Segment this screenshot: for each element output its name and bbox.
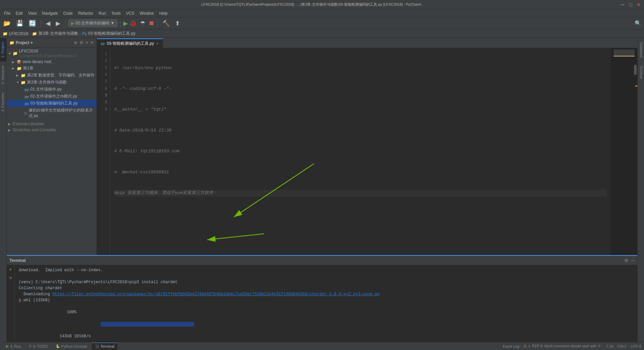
python-console-tab[interactable]: 🐍 Python Console — [52, 343, 91, 350]
debug-button[interactable]: 🐞 — [129, 20, 137, 27]
tree-item-txt[interactable]: ▶ tx 兼职白领学生空姐模特护士的联系方式.txt — [7, 107, 97, 120]
tree-item-file01[interactable]: ▶ py 01-文件读操作.py — [7, 86, 97, 93]
menu-item-refactor[interactable]: Refactor — [75, 10, 96, 16]
terminal-line-5: Downloading https://files.pythonhosted.o… — [19, 291, 633, 297]
terminal-close-session-button[interactable]: ✕ — [9, 275, 13, 281]
line-num-2: 2 — [97, 58, 107, 65]
tree-item-scratches[interactable]: ▶ Scratches and Consoles — [7, 127, 97, 133]
pep8-warning: ⚠ ⚠ PEP 8: block comment should start wi… — [523, 344, 602, 348]
project-close-icon[interactable]: ✕ — [90, 40, 94, 45]
line-ending-indicator[interactable]: CRLF — [617, 344, 627, 348]
forward-button[interactable]: ▶ — [54, 19, 62, 28]
minimize-button[interactable]: ─ — [620, 2, 625, 7]
bottom-panel-title: Terminal — [9, 258, 26, 263]
breadcrumb-file[interactable]: Py 03-智能检测编码的工具.py — [82, 31, 135, 36]
menu-item-edit[interactable]: Edit — [13, 10, 25, 16]
terminal-add-button[interactable]: + — [9, 267, 12, 273]
sync-button[interactable]: 🔄 — [27, 19, 38, 28]
back-button[interactable]: ◀ — [44, 19, 52, 28]
todo-bottom-tab[interactable]: ☑ 6: TODO — [25, 343, 51, 350]
minimap-scroll-thumb[interactable] — [634, 65, 637, 75]
project-header: 📁 Project ▾ ⊕ ⚙ ≡ ✕ — [7, 38, 97, 47]
run-button[interactable]: ▶ — [123, 20, 128, 27]
terminal-line-1: download. Implied with --no-index. — [19, 267, 633, 273]
coverage-button[interactable]: ☂ — [138, 19, 147, 28]
toolbar-sep-2 — [65, 20, 65, 27]
menu-item-vcs[interactable]: VCS — [123, 10, 137, 16]
tree-item-ext-lib[interactable]: ▶ External Libraries — [7, 121, 97, 127]
progress-bar — [101, 322, 194, 327]
encoding-indicator[interactable]: UTF-8 — [631, 344, 641, 348]
editor-tab-file03[interactable]: py 03-智能检测编码的工具.py ✕ — [97, 38, 163, 48]
scratches-label: Scratches and Consoles — [13, 128, 56, 132]
breadcrumb-chapter-folder-icon: 📁 — [32, 31, 37, 36]
menu-item-run[interactable]: Run — [96, 10, 109, 16]
title-bar: LFXC2018 [C:\Users\TQTL\PycharmProjects\… — [0, 0, 644, 9]
build-button[interactable]: 🔨 — [160, 19, 172, 28]
line-col-indicator[interactable]: 7:28 — [606, 344, 613, 348]
tree-item-chapter1[interactable]: ▶ 📁 第1章 — [7, 65, 97, 72]
highlight-marker — [635, 85, 637, 86]
terminal-content[interactable]: download. Implied with --no-index. (venv… — [15, 265, 637, 342]
tab-close-button[interactable]: ✕ — [156, 42, 159, 45]
tree-item-chapter2[interactable]: ▶ 📁 第2章 数据类型、字符编码、文件操作 — [7, 72, 97, 79]
progress-bar-fill — [101, 322, 194, 327]
code-line-8 — [114, 210, 607, 217]
menu-item-view[interactable]: View — [25, 10, 39, 16]
project-sync-icon[interactable]: ⊕ — [74, 40, 77, 45]
database-tab-button[interactable]: Database — [638, 38, 644, 62]
terminal-line-6: 100% 143kB 101kB/s — [19, 303, 633, 342]
tree-item-file02[interactable]: ▶ py 02-文件读操作之rb模式.py — [7, 93, 97, 100]
save-button[interactable]: 💾 — [14, 19, 25, 28]
terminal-minimize-icon[interactable]: ─ — [631, 258, 635, 263]
search-button[interactable]: 🔍 — [633, 19, 643, 28]
menu-item-tools[interactable]: Tools — [109, 10, 123, 16]
menu-item-help[interactable]: Help — [157, 10, 170, 16]
run-config-selector[interactable]: ▶ 02-文件操作的编码 ▼ — [68, 19, 118, 27]
project-collapse-icon[interactable]: ≡ — [86, 40, 88, 45]
tab-bar: py 03-智能检测编码的工具.py ✕ — [97, 38, 637, 48]
toolbar-sep-4 — [157, 20, 158, 27]
title-bar-text: LFXC2018 [C:\Users\TQTL\PycharmProjects\… — [3, 2, 620, 7]
menu-item-file[interactable]: File — [1, 10, 13, 16]
breadcrumb-file-icon: Py — [82, 31, 87, 36]
terminal-bottom-tab[interactable]: ⬛ Terminal — [92, 343, 118, 350]
breadcrumb-root[interactable]: 📁 LFXC2018 — [3, 31, 28, 36]
tree-item-venv[interactable]: ▶ 📦 venv library root — [7, 59, 97, 65]
close-button[interactable]: ✕ — [636, 2, 641, 7]
line-num-3: 3 — [97, 65, 107, 72]
event-log-button[interactable]: Event Log — [503, 344, 519, 348]
menu-item-window[interactable]: Window — [137, 10, 157, 16]
project-header-icons: ⊕ ⚙ ≡ ✕ — [74, 40, 94, 45]
breadcrumb-root-label: LFXC2018 — [9, 31, 28, 36]
update-button[interactable]: ⬆ — [173, 19, 182, 28]
project-settings-icon[interactable]: ⚙ — [79, 40, 84, 45]
minimap-line-7 — [614, 56, 635, 56]
run-bottom-tab[interactable]: ▶ 4: Run — [3, 343, 24, 350]
warning-icon: ⚠ — [523, 344, 527, 348]
tree-item-root[interactable]: ▼ 📁 LFXC2018 C:\Users\TQTL\PycharmProjec… — [7, 48, 97, 59]
sciview-tab-button[interactable]: SciView — [638, 62, 644, 83]
tree-item-chapter3[interactable]: ▼ 📁 第3章-文件操作与函数 — [7, 79, 97, 86]
menu-item-code[interactable]: Code — [60, 10, 75, 16]
menu-item-navigate[interactable]: Navigate — [39, 10, 60, 16]
open-button[interactable]: 📂 — [1, 19, 13, 28]
code-content[interactable]: #! /usr/bin/env python # -*- coding:utf-… — [110, 48, 611, 255]
maximize-button[interactable]: □ — [628, 2, 633, 7]
download-link[interactable]: https://files.pythonhosted.org/packages/… — [52, 292, 379, 297]
tree-chapter1-label: 第1章 — [23, 65, 33, 71]
favorites-tab-button[interactable]: 2: Favorites — [0, 89, 6, 116]
breadcrumb-file-label: 03-智能检测编码的工具.py — [88, 31, 135, 36]
stop-button[interactable]: ⏹ — [149, 20, 155, 27]
breadcrumb-chapter[interactable]: 📁 第3章-文件操作与函数 — [32, 31, 78, 36]
progress-bar-container — [57, 315, 194, 333]
tree-item-file03[interactable]: ▶ py 03-智能检测编码的工具.py — [7, 100, 97, 107]
project-tab-button[interactable]: 1: Project — [0, 38, 6, 61]
todo-tab-label: 6: TODO — [33, 344, 48, 348]
project-panel: 📁 Project ▾ ⊕ ⚙ ≡ ✕ — [7, 38, 97, 255]
code-line-4: # Date:2018/5/14 22:36 — [114, 127, 607, 134]
code-editor[interactable]: 1 2 3 4 5 6 7 8 9 — [97, 48, 637, 255]
terminal-tab-label: Terminal — [101, 344, 115, 348]
structure-tab-button[interactable]: 2: Structure — [0, 61, 6, 89]
terminal-settings-icon[interactable]: ⚙ — [624, 258, 629, 263]
